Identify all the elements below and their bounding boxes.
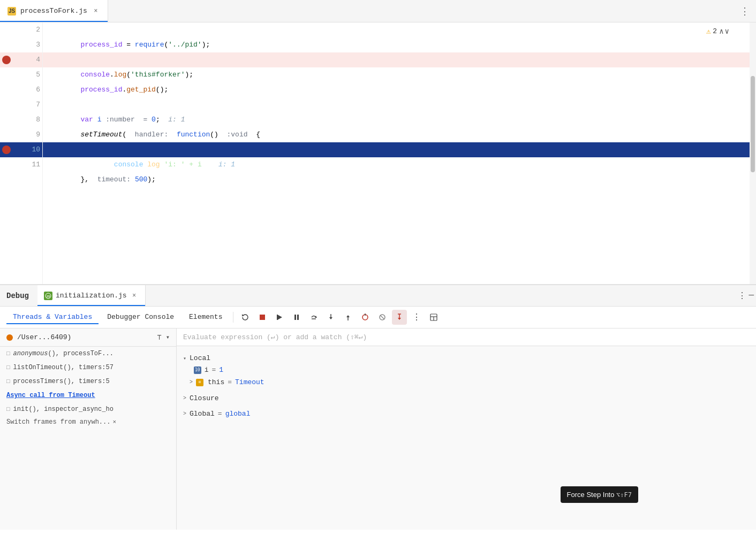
debug-left-panel: /User...6409) ⊤ ▾ □ anonymous(), process… xyxy=(0,328,177,530)
debug-content: /User...6409) ⊤ ▾ □ anonymous(), process… xyxy=(0,328,756,530)
stack-frame-listontimeout[interactable]: □ listOnTimeout(), timers:57 xyxy=(0,361,176,374)
editor-area: ⚠ 2 ∧ ∨ 2 3 4 5 xyxy=(0,22,756,285)
this-obj-icon: ≡ xyxy=(196,379,203,386)
eval-placeholder: Evaluate expression (↵) or add a watch (… xyxy=(183,333,367,341)
svg-rect-5 xyxy=(277,315,278,320)
gutter-line-4: 4 xyxy=(0,52,42,67)
global-label: Global xyxy=(190,410,215,418)
code-line-3 xyxy=(43,37,750,52)
breakpoint-10[interactable] xyxy=(2,146,11,154)
svg-rect-3 xyxy=(260,315,265,320)
toolbar-more-button[interactable]: ⋮ xyxy=(409,310,424,325)
stack-frame-label-1: listOnTimeout(), timers:57 xyxy=(13,364,114,371)
stack-frame-icon-3: □ xyxy=(6,406,10,412)
switch-frames-close[interactable]: × xyxy=(112,419,116,425)
debug-toolbar: Threads & Variables Debugger Console Ele… xyxy=(0,307,756,328)
tab-close-button[interactable]: × xyxy=(92,7,100,16)
stack-frame-label-0: anonymous(), processToF... xyxy=(13,350,114,357)
debug-tab-more: ⋮ — xyxy=(738,291,754,301)
gutter-line-7: 7 xyxy=(0,97,42,112)
code-line-4: console.log('this#forker'); xyxy=(43,52,750,67)
thread-status-dot xyxy=(6,334,13,341)
closure-section: > Closure xyxy=(177,391,756,406)
this-value: Timeout xyxy=(235,378,264,386)
thread-filter-button[interactable]: ⊤ xyxy=(157,333,161,342)
tab-more-button[interactable]: ⋮ xyxy=(740,5,750,17)
closure-section-header[interactable]: > Closure xyxy=(183,393,750,404)
code-line-7: var i :number = 0; i: 1 xyxy=(43,97,750,112)
run-to-cursor-button[interactable] xyxy=(358,310,373,325)
disable-breakpoints-button[interactable] xyxy=(375,310,390,325)
stack-frame-init[interactable]: □ init(), inspector_async_ho xyxy=(0,402,176,416)
gutter-line-3: 3 xyxy=(0,37,42,52)
debug-tab-bar: Debug JS initialization.js × ⋮ — xyxy=(0,285,756,307)
global-section: > Global = global xyxy=(177,406,756,422)
tab-elements[interactable]: Elements xyxy=(183,311,229,324)
step-out-button[interactable] xyxy=(341,310,356,325)
stop-button[interactable] xyxy=(255,310,270,325)
var-i: 1001 i = 1 xyxy=(183,364,750,376)
local-arrow: ▾ xyxy=(183,355,186,362)
debug-more-button[interactable]: ⋮ xyxy=(738,291,746,301)
int-type-icon: 1001 xyxy=(194,366,201,374)
layout-button[interactable] xyxy=(426,310,441,325)
gutter-line-10: 10 xyxy=(0,142,42,157)
toolbar-separator-1 xyxy=(233,312,233,323)
gutter-line-6: 6 xyxy=(0,82,42,97)
local-section: ▾ Local 1001 i = 1 > ≡ this = Timeou xyxy=(177,350,756,391)
stack-frame-processtimers[interactable]: □ processTimers(), timers:5 xyxy=(0,374,176,388)
local-label: Local xyxy=(190,354,210,362)
tab-debugger-console[interactable]: Debugger Console xyxy=(101,311,180,324)
stack-frame-anonymous[interactable]: □ anonymous(), processToF... xyxy=(0,347,176,361)
gutter-line-9: 9 xyxy=(0,127,42,142)
debug-minimize-button[interactable]: — xyxy=(749,291,754,301)
switch-frames-label: Switch frames from anywh... xyxy=(6,418,110,426)
editor-scrollbar[interactable] xyxy=(750,22,756,284)
thread-chevron[interactable]: ▾ xyxy=(166,333,170,341)
code-container: 2 3 4 5 6 7 8 xyxy=(0,22,756,284)
async-call-link[interactable]: Async call from Timeout xyxy=(0,388,176,402)
resume-button[interactable] xyxy=(272,310,287,325)
svg-line-17 xyxy=(380,315,384,319)
var-i-value: 1 xyxy=(219,366,223,374)
force-step-into-button[interactable] xyxy=(392,310,407,325)
svg-marker-13 xyxy=(346,315,350,317)
stack-frame-icon-2: □ xyxy=(6,378,10,385)
svg-marker-11 xyxy=(329,317,332,319)
file-tab[interactable]: JS processToFork.js × xyxy=(0,0,108,22)
eval-bar[interactable]: Evaluate expression (↵) or add a watch (… xyxy=(177,328,756,346)
code-line-6 xyxy=(43,82,750,97)
stack-list: □ anonymous(), processToF... □ listOnTim… xyxy=(0,347,176,530)
global-section-header[interactable]: > Global = global xyxy=(183,408,750,419)
gutter-line-8: 8 xyxy=(0,112,42,127)
tab-threads-vars[interactable]: Threads & Variables xyxy=(6,311,99,324)
stack-frame-icon-1: □ xyxy=(6,364,10,371)
debug-right-panel: Evaluate expression (↵) or add a watch (… xyxy=(177,328,756,530)
breakpoint-4[interactable] xyxy=(2,56,11,64)
debug-panel: Debug JS initialization.js × ⋮ — Threads… xyxy=(0,285,756,530)
code-line-9: i = i + 1; xyxy=(43,127,750,142)
var-this[interactable]: > ≡ this = Timeout xyxy=(183,376,750,388)
code-line-2: process_id = require('../pid'); xyxy=(43,22,750,37)
restart-button[interactable] xyxy=(238,310,253,325)
pause-button[interactable] xyxy=(289,310,304,325)
scrollbar-thumb[interactable] xyxy=(751,76,755,172)
tab-filename: processToFork.js xyxy=(20,7,87,15)
step-over-button[interactable] xyxy=(306,310,321,325)
local-section-header[interactable]: ▾ Local xyxy=(183,353,750,364)
debug-js-icon: JS xyxy=(44,292,52,300)
this-arrow: > xyxy=(190,379,193,385)
global-arrow: > xyxy=(183,411,186,417)
svg-text:JS: JS xyxy=(46,295,50,298)
thread-header: /User...6409) ⊤ ▾ xyxy=(0,328,176,347)
this-label: this xyxy=(208,378,224,386)
debug-label: Debug xyxy=(6,285,37,306)
variables-area: ▾ Local 1001 i = 1 > ≡ this = Timeou xyxy=(177,346,756,530)
debug-tab-close[interactable]: × xyxy=(130,292,139,300)
closure-arrow: > xyxy=(183,395,186,401)
tab-bar: JS processToFork.js × ⋮ xyxy=(0,0,756,22)
svg-rect-6 xyxy=(294,315,296,320)
step-into-button[interactable] xyxy=(323,310,338,325)
closure-label: Closure xyxy=(190,394,219,402)
debug-file-tab[interactable]: JS initialization.js × xyxy=(37,285,146,306)
